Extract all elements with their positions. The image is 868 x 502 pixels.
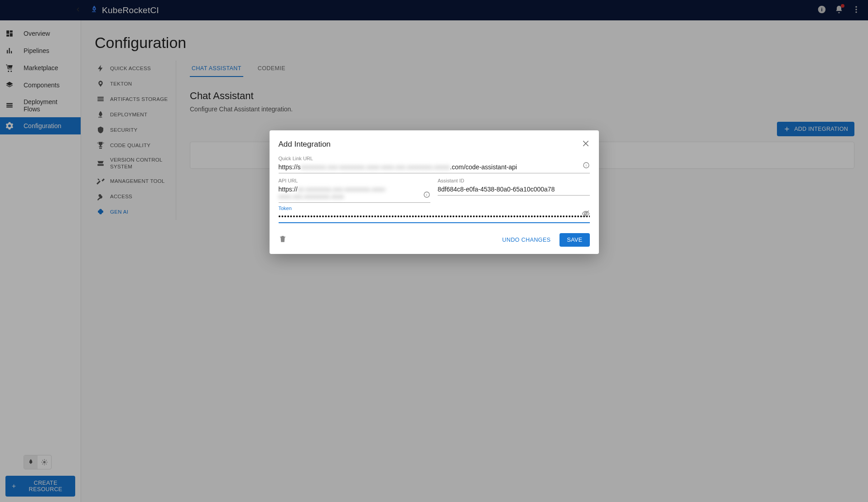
visibility-off-icon[interactable] bbox=[582, 210, 590, 220]
svg-text:i: i bbox=[586, 163, 587, 167]
api-url-label: API URL bbox=[279, 178, 431, 183]
quick-link-url-label: Quick Link URL bbox=[279, 156, 590, 161]
assistant-id-input[interactable] bbox=[438, 183, 590, 196]
modal-overlay[interactable]: Add Integration Quick Link URL https://s… bbox=[0, 0, 868, 502]
close-icon[interactable] bbox=[582, 139, 590, 149]
token-label: Token bbox=[279, 206, 590, 211]
undo-changes-button[interactable]: UNDO CHANGES bbox=[496, 233, 557, 247]
assistant-id-label: Assistant ID bbox=[438, 178, 590, 183]
add-integration-dialog: Add Integration Quick Link URL https://s… bbox=[270, 130, 599, 254]
token-input[interactable]: ••••••••••••••••••••••••••••••••••••••••… bbox=[279, 211, 590, 223]
svg-text:i: i bbox=[426, 193, 427, 197]
quick-link-url-input[interactable]: https://sxxxxxxxx.xxx-xxxxxxxx.xxxx-xxxx… bbox=[279, 161, 590, 173]
info-icon[interactable]: i bbox=[583, 162, 590, 171]
save-button: SAVE bbox=[559, 233, 589, 247]
api-url-input[interactable]: https://xx-xxxxxxxx.xxx-xxxxxxxx.xxxx-xx… bbox=[279, 183, 431, 203]
delete-icon[interactable] bbox=[279, 235, 287, 245]
info-icon[interactable]: i bbox=[423, 191, 430, 200]
dialog-title: Add Integration bbox=[279, 140, 331, 149]
